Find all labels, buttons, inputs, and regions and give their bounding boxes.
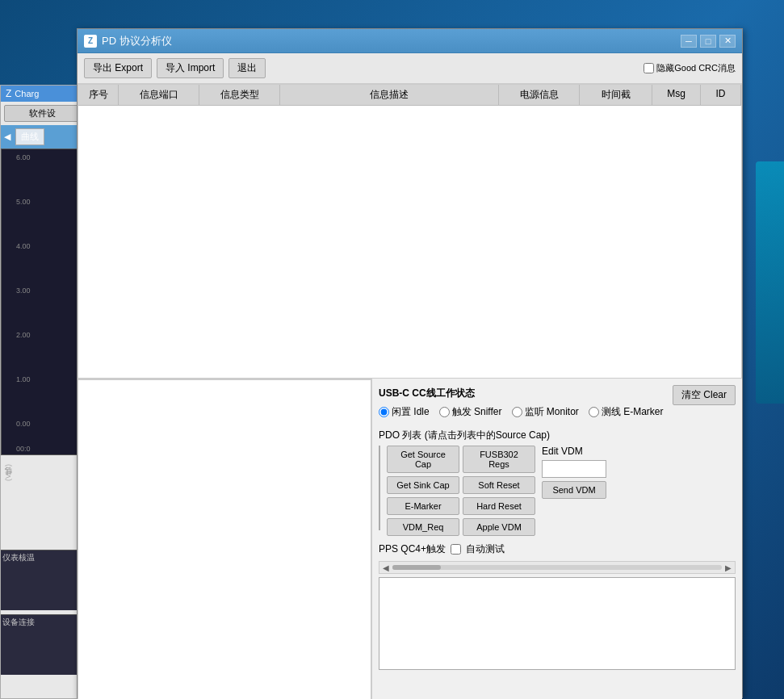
scroll-right-arrow[interactable]: ▶ — [725, 563, 732, 572]
table-body — [78, 106, 741, 372]
chart-tick-3: 3.00 — [16, 287, 31, 295]
chart-tick-1: 1.00 — [16, 375, 31, 383]
sidebar-title: Charg — [15, 89, 39, 98]
mode-sniffer[interactable]: 触发 Sniffer — [439, 405, 502, 419]
col-seq: 序号 — [78, 85, 119, 105]
vdm-section: Edit VDM Send VDM — [542, 446, 606, 499]
pd-toolbar: 导出 Export 导入 Import 退出 隐藏Good CRC消息 — [78, 53, 742, 84]
thumb1-label: 仪表核温 — [1, 550, 84, 565]
chart-area: 代线(Volt) 6.00 5.00 4.00 3.00 2.00 1.00 0… — [1, 149, 84, 455]
pdo-buttons: Get Source Cap FUSB302 Regs Get Sink Cap… — [387, 446, 535, 536]
software-settings-btn[interactable]: 软件设 — [4, 105, 81, 122]
cc-mode-group: 闲置 Idle 触发 Sniffer 监听 Monitor 测线 E- — [379, 405, 736, 419]
auto-test-checkbox[interactable] — [451, 544, 461, 555]
radio-sniffer[interactable] — [439, 407, 450, 417]
minimize-btn[interactable]: ─ — [681, 35, 697, 48]
close-btn[interactable]: ✕ — [719, 35, 736, 48]
pd-window: Z PD 协议分析仪 ─ □ ✕ 导出 Export 导入 Import 退出 … — [77, 28, 743, 698]
scroll-left-arrow[interactable]: ◀ — [383, 563, 389, 572]
left-sidebar: Z Charg 软件设 ◀ 曲线 代线(Volt) 6.00 5.00 4.00… — [0, 85, 85, 699]
clear-btn[interactable]: 清空 Clear — [673, 385, 736, 405]
sidebar-nav: ◀ 曲线 — [1, 125, 84, 149]
chart-x-label: 00:0 — [16, 445, 31, 453]
export-btn[interactable]: 导出 Export — [84, 58, 152, 78]
table-header: 序号 信息端口 信息类型 信息描述 电源信息 时间截 Msg ID — [78, 85, 741, 106]
col-type: 信息类型 — [199, 85, 280, 105]
hard-reset-btn[interactable]: Hard Reset — [463, 497, 535, 515]
get-sink-cap-btn[interactable]: Get Sink Cap — [387, 476, 459, 494]
pd-app-icon: Z — [84, 35, 97, 48]
thumbnail-2: 设备连接 — [1, 614, 84, 675]
pd-left-panel — [78, 379, 372, 699]
col-id: ID — [701, 85, 741, 105]
right-panel-inner: USB-C CC线工作状态 清空 Clear 闲置 Idle 触发 Sniffe… — [379, 385, 736, 699]
pdo-section: PDO 列表 (请点击列表中的Source Cap) Get Source Ca… — [379, 429, 736, 536]
soft-reset-btn[interactable]: Soft Reset — [463, 476, 535, 494]
pd-bottom: USB-C CC线工作状态 清空 Clear 闲置 Idle 触发 Sniffe… — [78, 379, 742, 699]
vdm-input[interactable] — [542, 460, 606, 478]
thumbnail-1: 仪表核温 — [1, 550, 84, 610]
vdm-req-btn[interactable]: VDM_Req — [387, 518, 459, 536]
col-port: 信息端口 — [119, 85, 199, 105]
auto-test-label: 自动测试 — [466, 542, 505, 556]
pd-window-title: PD 协议分析仪 — [102, 34, 172, 48]
radio-idle[interactable] — [379, 407, 389, 417]
scrollbar-area: ◀ ▶ — [379, 561, 736, 574]
thumb2-label: 设备连接 — [1, 615, 84, 630]
sidebar-header: Z Charg — [1, 86, 84, 102]
pdo-and-vdm: Get Source Cap FUSB302 Regs Get Sink Cap… — [379, 446, 736, 536]
output-textarea[interactable] — [379, 577, 736, 670]
mode-monitor[interactable]: 监听 Monitor — [512, 405, 579, 419]
scroll-track[interactable] — [392, 565, 722, 570]
pdo-btn-row-2: Get Sink Cap Soft Reset — [387, 476, 535, 494]
mode-emarker[interactable]: 测线 E-Marker — [589, 405, 664, 419]
chart-tick-2: 2.00 — [16, 331, 31, 339]
col-msg: Msg — [652, 85, 701, 105]
curve-tab[interactable]: 曲线 — [15, 128, 44, 145]
chart-tick-4: 4.00 — [16, 242, 31, 250]
import-btn[interactable]: 导入 Import — [157, 58, 224, 78]
pd-right-panel: USB-C CC线工作状态 清空 Clear 闲置 Idle 触发 Sniffe… — [372, 379, 742, 699]
exit-btn[interactable]: 退出 — [228, 58, 266, 78]
pdo-content: Get Source Cap FUSB302 Regs Get Sink Cap… — [379, 446, 535, 536]
pd-table-area: 序号 信息端口 信息类型 信息描述 电源信息 时间截 Msg ID — [78, 84, 742, 379]
scroll-thumb[interactable] — [392, 565, 441, 570]
vdm-label: Edit VDM — [542, 446, 606, 457]
cc-status-label: USB-C CC线工作状态 — [379, 387, 475, 400]
cc-row: USB-C CC线工作状态 清空 Clear — [379, 385, 736, 405]
pd-titlebar-title: Z PD 协议分析仪 — [84, 34, 172, 48]
get-source-cap-btn[interactable]: Get Source Cap — [387, 446, 459, 473]
restore-btn[interactable]: □ — [700, 35, 716, 48]
nav-arrow: ◀ — [4, 132, 10, 142]
pdo-btn-row-4: VDM_Req Apple VDM — [387, 518, 535, 536]
chart-y-label: 代线(Volt) — [3, 464, 14, 481]
mode-emarker-label: 测线 E-Marker — [602, 405, 664, 419]
chart-tick-0: 0.00 — [16, 420, 31, 428]
pd-titlebar: Z PD 协议分析仪 ─ □ ✕ — [78, 29, 742, 53]
pdo-btn-row-1: Get Source Cap FUSB302 Regs — [387, 446, 535, 473]
pps-label: PPS QC4+触发 — [379, 542, 446, 556]
mode-idle[interactable]: 闲置 Idle — [379, 405, 430, 419]
pdo-list[interactable] — [379, 446, 380, 530]
radio-monitor[interactable] — [512, 407, 522, 417]
col-time: 时间截 — [580, 85, 652, 105]
titlebar-controls: ─ □ ✕ — [681, 35, 736, 48]
mode-idle-label: 闲置 Idle — [392, 405, 430, 419]
pdo-btn-row-3: E-Marker Hard Reset — [387, 497, 535, 515]
sidebar-icon: Z — [6, 88, 11, 99]
emarker-btn[interactable]: E-Marker — [387, 497, 459, 515]
hide-crc-label: 隐藏Good CRC消息 — [644, 62, 736, 74]
fusb302-regs-btn[interactable]: FUSB302 Regs — [463, 446, 535, 473]
send-vdm-btn[interactable]: Send VDM — [542, 481, 606, 499]
col-power: 电源信息 — [499, 85, 580, 105]
pps-section: PPS QC4+触发 自动测试 — [379, 542, 736, 556]
col-desc: 信息描述 — [280, 85, 499, 105]
radio-emarker[interactable] — [589, 407, 599, 417]
cc-status-section: USB-C CC线工作状态 清空 Clear 闲置 Idle 触发 Sniffe… — [379, 385, 736, 422]
desktop-accent — [756, 161, 784, 404]
apple-vdm-btn[interactable]: Apple VDM — [463, 518, 535, 536]
chart-tick-5: 5.00 — [16, 198, 31, 206]
pdo-label: PDO 列表 (请点击列表中的Source Cap) — [379, 429, 736, 442]
hide-crc-checkbox[interactable] — [644, 63, 654, 73]
chart-tick-6: 6.00 — [16, 153, 31, 161]
